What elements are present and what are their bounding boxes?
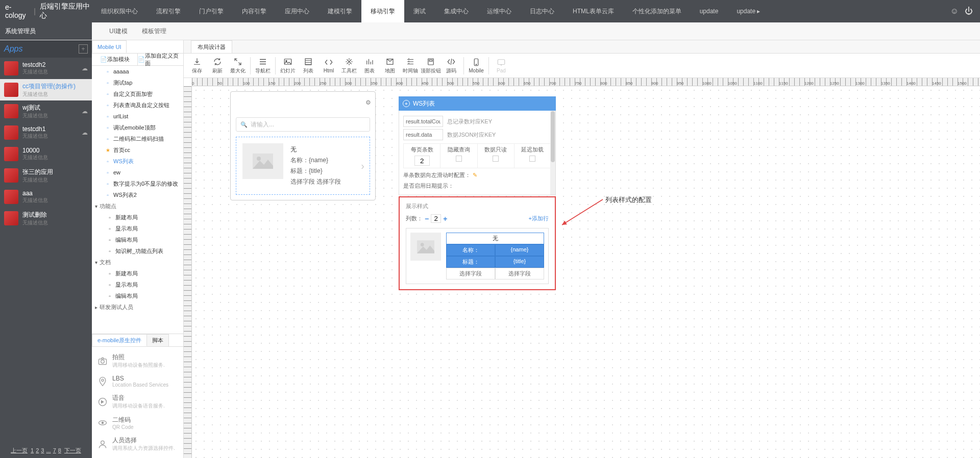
tree-group[interactable]: 功能点 xyxy=(92,200,183,212)
app-item[interactable]: 张三的应用无描述信息 xyxy=(0,165,92,186)
tree-page-item[interactable]: ▫调试emobile顶部 xyxy=(92,122,183,133)
page-prev[interactable]: 上一页 xyxy=(11,447,28,454)
gear-icon[interactable]: ⚙ xyxy=(365,99,371,106)
toolbar-button-图表[interactable]: 图表 xyxy=(359,57,380,74)
top-nav-item[interactable]: HTML表单云库 xyxy=(564,0,623,22)
toolbar-button-顶部按钮[interactable]: 顶部按钮 xyxy=(421,57,441,74)
top-nav-item[interactable]: 运维中心 xyxy=(478,0,521,22)
canvas-inner[interactable]: ⚙ 请输入... 无 名称：{name} 标题：{title} 选择字段 选择字… xyxy=(192,86,980,458)
cols-minus-button[interactable]: − xyxy=(425,215,429,223)
tree-layout-item[interactable]: ▫显示布局 xyxy=(92,223,183,234)
hide-search-checkbox[interactable] xyxy=(456,156,462,162)
tree-layout-item[interactable]: ▫编辑布局 xyxy=(92,234,183,245)
tree-page-item[interactable]: ▫测试tap xyxy=(92,77,183,88)
controls-tab-script[interactable]: 脚本 xyxy=(146,334,169,346)
tree-tab-mobile-ui[interactable]: Mobile UI xyxy=(92,40,127,53)
toolbar-button-列表[interactable]: 列表 xyxy=(298,57,318,74)
total-key-input[interactable] xyxy=(403,116,443,127)
tree-layout-item[interactable]: ▫显示布局 xyxy=(92,279,183,290)
style-cell[interactable]: 标题： xyxy=(446,256,495,268)
page-number[interactable]: 7 xyxy=(53,447,56,453)
app-item[interactable]: aaa无描述信息 xyxy=(0,186,92,208)
tree-layout-item[interactable]: ▫编辑布局 xyxy=(92,290,183,301)
control-item[interactable]: 人员选择调用系统人力资源选择控件. xyxy=(95,433,180,455)
style-cell[interactable]: 选择字段 xyxy=(446,268,495,279)
tree-group[interactable]: 文档 xyxy=(92,257,183,268)
data-key-input[interactable] xyxy=(403,129,443,140)
cols-plus-button[interactable]: + xyxy=(443,215,447,223)
sub-tab[interactable]: UI建模 xyxy=(102,27,135,36)
tree-page-item[interactable]: ▫WS列表2 xyxy=(92,189,183,200)
power-icon[interactable]: ⏻ xyxy=(965,7,973,16)
sub-tab[interactable]: 模板管理 xyxy=(135,27,174,36)
top-nav-item[interactable]: 组织权限中心 xyxy=(92,0,147,22)
tree-page-item[interactable]: ▫aaaaa xyxy=(92,66,183,77)
toolbar-button-保存[interactable]: 保存 xyxy=(187,57,207,74)
list-card-preview[interactable]: 无 名称：{name} 标题：{title} 选择字段 选择字段 xyxy=(236,137,370,195)
top-nav-item[interactable]: 测试 xyxy=(404,0,435,22)
page-next[interactable]: 下一页 xyxy=(64,447,81,454)
page-number[interactable]: 8 xyxy=(58,447,61,453)
control-item[interactable]: 二维码QR Code xyxy=(95,413,180,433)
per-page-input[interactable] xyxy=(414,156,430,166)
editor-tab-layout[interactable]: 布局设计器 xyxy=(191,40,232,53)
top-nav-item[interactable]: 门户引擎 xyxy=(190,0,233,22)
add-module-button[interactable]: 📄 添加模块 xyxy=(92,54,138,65)
toolbar-button-Html[interactable]: Html xyxy=(318,58,339,73)
toolbar-button-时间轴[interactable]: 时间轴 xyxy=(400,57,421,74)
scrollbar-vertical[interactable] xyxy=(550,111,555,195)
app-item[interactable]: wj测试无描述信息 ☁ xyxy=(0,100,92,122)
style-cell[interactable]: 选择字段 xyxy=(495,268,544,279)
style-cell[interactable]: 名称： xyxy=(446,244,495,256)
tree-page-item[interactable]: ▫列表查询及自定义按钮 xyxy=(92,99,183,111)
top-nav-item[interactable]: 应用中心 xyxy=(276,0,318,22)
search-input[interactable]: 请输入... xyxy=(236,117,370,132)
tree-layout-item[interactable]: ▫新建布局 xyxy=(92,268,183,279)
toolbar-button-导航栏[interactable]: 导航栏 xyxy=(253,57,273,74)
tree-page-item[interactable]: ▫二维码和二维码扫描 xyxy=(92,133,183,144)
tree-page-item[interactable]: ▫数字提示为0不显示的修改 xyxy=(92,178,183,189)
top-nav-item[interactable]: 建模引擎 xyxy=(318,0,361,22)
page-number[interactable]: 1 xyxy=(31,447,34,453)
toolbar-button-Mobile[interactable]: Mobile xyxy=(466,58,486,73)
top-nav-item[interactable]: update ▸ xyxy=(727,0,769,22)
smile-icon[interactable]: ☺ xyxy=(950,7,959,16)
app-item[interactable]: 测试删除无描述信息 xyxy=(0,208,92,229)
top-nav-item[interactable]: 个性化添加的菜单 xyxy=(623,0,691,22)
app-item[interactable]: 10000无描述信息 xyxy=(0,143,92,165)
toolbar-button-最大化[interactable]: 最大化 xyxy=(228,57,248,74)
toolbar-button-幻灯片[interactable]: 幻灯片 xyxy=(278,57,298,74)
tree-page-item[interactable]: ★首页cc xyxy=(92,144,183,156)
tree-page-item[interactable]: ▫自定义页面加密 xyxy=(92,88,183,99)
top-nav-item[interactable]: 流程引擎 xyxy=(147,0,190,22)
top-nav-item[interactable]: 集成中心 xyxy=(435,0,478,22)
tree-group[interactable]: 研发测试人员 xyxy=(92,301,183,313)
toolbar-button-地图[interactable]: 地图 xyxy=(380,57,400,74)
app-item[interactable]: testcdh1无描述信息 ☁ xyxy=(0,122,92,143)
tree-page-item[interactable]: ▫WS列表 xyxy=(92,156,183,167)
style-cell[interactable]: {title} xyxy=(495,256,544,268)
tree-page-item[interactable]: ▫ew xyxy=(92,167,183,178)
toolbar-button-源码[interactable]: 源码 xyxy=(441,57,461,74)
top-nav-item[interactable]: 移动引擎 xyxy=(361,0,404,22)
control-item[interactable]: 拍照调用移动设备拍照服务. xyxy=(95,350,180,372)
top-nav-item[interactable]: 内容引擎 xyxy=(233,0,276,22)
tree-layout-item[interactable]: ▫知识树_功能点列表 xyxy=(92,245,183,257)
control-item[interactable]: LBSLocation Based Services xyxy=(95,372,180,391)
add-app-button[interactable]: + xyxy=(79,44,88,54)
add-custom-page-button[interactable]: 📄 添加自定义页面 xyxy=(138,54,183,65)
toolbar-button-刷新[interactable]: 刷新 xyxy=(207,57,228,74)
page-number[interactable]: 2 xyxy=(36,447,39,453)
tree-page-item[interactable]: ▫urlList xyxy=(92,111,183,122)
control-item[interactable]: 语音调用移动设备语音服务. xyxy=(95,391,180,413)
property-header[interactable]: + WS列表 xyxy=(399,96,556,111)
controls-tab-native[interactable]: e-mobile原生控件 xyxy=(92,334,147,346)
add-row-button[interactable]: +添加行 xyxy=(529,215,549,222)
edit-icon[interactable]: ✎ xyxy=(473,172,477,179)
app-item[interactable]: cc项目管理(勿操作)无描述信息 xyxy=(0,79,92,100)
image-placeholder-icon[interactable] xyxy=(410,233,441,261)
tree-layout-item[interactable]: ▫新建布局 xyxy=(92,212,183,223)
app-item[interactable]: testcdh2无描述信息 ☁ xyxy=(0,58,92,79)
lazy-load-checkbox[interactable] xyxy=(529,156,535,162)
cols-input[interactable] xyxy=(431,214,441,223)
